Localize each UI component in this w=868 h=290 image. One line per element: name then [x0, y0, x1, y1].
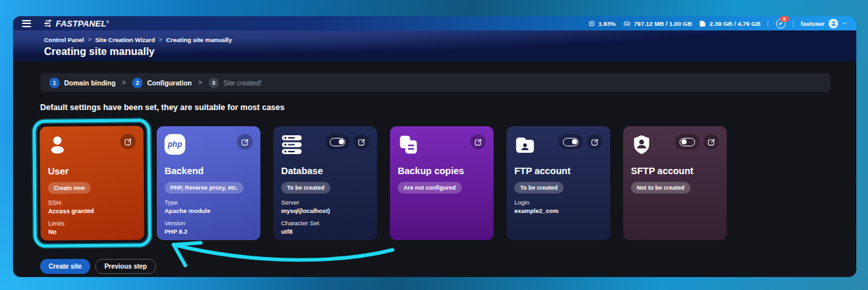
- detail-row: SSH: Access granted: [48, 198, 136, 214]
- screenshot-frame: FASTPANEL® 1.93% 797.12 MB / 1.00 GB 2.3…: [0, 0, 868, 290]
- logo-equalizer-icon: [43, 19, 54, 27]
- card-title: User: [48, 165, 136, 176]
- edit-button[interactable]: [470, 134, 486, 150]
- breadcrumb-control-panel[interactable]: Control Panel: [44, 36, 84, 43]
- avatar-icon: [828, 19, 838, 28]
- breadcrumb-band: Control Panel > Site Creation Wizard > C…: [13, 30, 856, 61]
- user-card: User Create new SSH: Access granted Limi…: [40, 126, 144, 240]
- step-site-created: 3 Site created!: [209, 78, 262, 88]
- step-number: 3: [209, 78, 219, 88]
- step-label: Site created!: [223, 79, 262, 87]
- divider: [768, 20, 768, 27]
- database-card: Database To be created Server mysql(loca…: [273, 126, 377, 240]
- step-configuration[interactable]: 2 Configuration: [132, 78, 192, 88]
- page-title: Creating site manually: [44, 46, 856, 58]
- detail-row: Character Set utf8: [281, 219, 369, 235]
- disk-icon: [699, 20, 706, 27]
- card-status-badge: Create new: [48, 182, 91, 194]
- card-title: Backup copies: [398, 166, 486, 176]
- settings-subtitle: Default settings have been set, they are…: [40, 103, 830, 112]
- step-number: 1: [49, 78, 60, 88]
- user-menu[interactable]: fastuser: [801, 19, 847, 28]
- ram-icon: [623, 20, 631, 27]
- sftp-account-card: SFTP account Not to be created: [623, 126, 727, 240]
- cpu-usage: 1.93%: [588, 20, 616, 27]
- backend-card: php Backend PHP, Reverse proxy, etc. Typ…: [157, 126, 260, 240]
- wizard-stepper: 1 Domain binding > 2 Configuration > 3 S…: [40, 73, 830, 92]
- tasks-count-badge: 0: [780, 16, 789, 22]
- edit-button[interactable]: [703, 134, 719, 150]
- config-cards-row: User Create new SSH: Access granted Limi…: [40, 126, 830, 240]
- app-window: FASTPANEL® 1.93% 797.12 MB / 1.00 GB 2.3…: [13, 16, 856, 277]
- cpu-value: 1.93%: [599, 20, 616, 27]
- breadcrumb-separator: >: [88, 36, 91, 43]
- step-label: Configuration: [147, 79, 192, 87]
- create-site-button[interactable]: Create site: [40, 259, 90, 274]
- breadcrumb-site-creation-wizard[interactable]: Site Creation Wizard: [95, 36, 155, 43]
- detail-row: Version PHP 8.2: [165, 219, 253, 235]
- step-separator: >: [122, 79, 126, 86]
- ram-usage: 797.12 MB / 1.00 GB: [623, 20, 692, 27]
- highlight-annotation: User Create new SSH: Access granted Limi…: [32, 118, 152, 248]
- fastpanel-logo[interactable]: FASTPANEL®: [44, 19, 109, 28]
- card-status-badge: PHP, Reverse proxy, etc.: [165, 182, 244, 194]
- breadcrumb-separator: >: [159, 36, 162, 43]
- edit-button[interactable]: [587, 134, 602, 150]
- edit-button[interactable]: [120, 133, 135, 149]
- breadcrumb: Control Panel > Site Creation Wizard > C…: [44, 36, 856, 43]
- disk-value: 2.39 GB / 4.79 GB: [709, 20, 760, 27]
- ftp-folder-icon: [514, 134, 536, 155]
- php-icon: php: [165, 134, 185, 155]
- user-name: fastuser: [801, 20, 825, 27]
- card-title: Database: [281, 166, 369, 176]
- registered-mark: ®: [106, 19, 109, 23]
- card-title: FTP account: [514, 166, 602, 176]
- backup-copies-icon: [398, 134, 419, 155]
- ftp-toggle[interactable]: [558, 134, 583, 150]
- disk-usage: 2.39 GB / 4.79 GB: [699, 20, 760, 27]
- logo-text: FASTPANEL®: [56, 19, 109, 28]
- card-title: Backend: [165, 166, 253, 176]
- edit-button[interactable]: [237, 134, 253, 150]
- step-number: 2: [132, 78, 143, 88]
- user-icon: [47, 134, 69, 155]
- backup-copies-card: Backup copies Are not configured: [390, 126, 494, 240]
- sftp-toggle[interactable]: [675, 134, 700, 150]
- step-separator: >: [198, 79, 202, 86]
- divider: [793, 20, 794, 27]
- detail-row: Server mysql(localhost): [281, 199, 369, 214]
- card-status-badge: To be created: [281, 182, 330, 194]
- detail-row: Login example2_com: [514, 199, 602, 214]
- step-domain-binding[interactable]: 1 Domain binding: [49, 78, 115, 88]
- detail-row: Limits No: [48, 219, 136, 235]
- edit-button[interactable]: [354, 134, 369, 150]
- sftp-shield-icon: [631, 134, 652, 155]
- detail-row: Type Apache module: [165, 199, 253, 214]
- ftp-account-card: FTP account To be created Login example2…: [507, 126, 610, 240]
- database-toggle[interactable]: [325, 134, 350, 150]
- breadcrumb-current: Creating site manually: [166, 36, 232, 43]
- chevron-down-icon: [842, 21, 847, 26]
- card-title: SFTP account: [631, 166, 719, 176]
- main-content: 1 Domain binding > 2 Configuration > 3 S…: [13, 73, 856, 274]
- database-icon: [281, 134, 303, 155]
- card-status-badge: Not to be created: [631, 182, 691, 194]
- ram-value: 797.12 MB / 1.00 GB: [634, 20, 692, 27]
- top-bar: FASTPANEL® 1.93% 797.12 MB / 1.00 GB 2.3…: [13, 16, 856, 30]
- tasks-button[interactable]: 0: [775, 18, 786, 28]
- hamburger-menu-icon[interactable]: [22, 20, 31, 27]
- card-status-badge: To be created: [514, 182, 564, 194]
- step-label: Domain binding: [64, 79, 115, 87]
- previous-step-button[interactable]: Previous step: [95, 259, 156, 274]
- cpu-icon: [588, 20, 595, 27]
- card-status-badge: Are not configured: [398, 182, 462, 194]
- topbar-right: 1.93% 797.12 MB / 1.00 GB 2.39 GB / 4.79…: [588, 18, 847, 28]
- wizard-actions: Create site Previous step: [40, 259, 830, 274]
